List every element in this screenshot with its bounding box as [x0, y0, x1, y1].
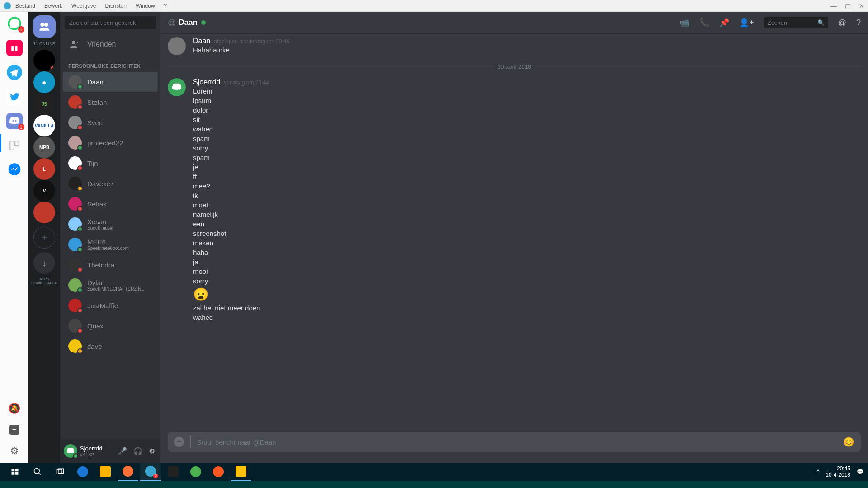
rail-settings-icon[interactable]: ⚙ — [6, 443, 23, 459]
user-settings-icon[interactable]: ⚙ — [147, 445, 157, 457]
friends-button[interactable]: Vrienden — [60, 33, 160, 55]
menu-services[interactable]: Diensten — [105, 3, 127, 9]
message-avatar[interactable] — [168, 78, 186, 96]
mentions-icon[interactable]: @ — [838, 18, 846, 28]
server-item[interactable]: 2 — [33, 50, 55, 71]
server-item[interactable] — [33, 202, 55, 223]
avatar — [68, 95, 82, 109]
maximize-icon[interactable]: ▢ — [845, 2, 851, 9]
rail-trello[interactable] — [6, 137, 23, 154]
dm-search-input[interactable] — [65, 16, 156, 29]
voice-call-icon[interactable]: 📞 — [699, 18, 709, 28]
playing-status: Speelt music — [87, 225, 113, 230]
rail-mute-icon[interactable]: 🔕 — [6, 400, 23, 417]
svg-point-4 — [8, 163, 20, 175]
rail-whatsapp[interactable]: 1 — [6, 15, 23, 32]
avatar — [68, 75, 82, 89]
dm-item[interactable]: Daan — [63, 72, 158, 92]
message-author[interactable]: Daan — [193, 37, 210, 45]
taskbar-app-4[interactable] — [231, 463, 251, 481]
dm-item[interactable]: Quex — [63, 316, 158, 336]
taskbar-explorer[interactable] — [95, 463, 116, 481]
dm-item[interactable]: Daveke7 — [63, 174, 158, 193]
clock[interactable]: 20:45 10-4-2018 — [826, 465, 850, 479]
status-indicator — [77, 125, 83, 130]
dm-item[interactable]: MEE6Speelt mee6bot.com — [63, 235, 158, 254]
menu-view[interactable]: Weergave — [71, 3, 96, 9]
dm-item[interactable]: Tijn — [63, 153, 158, 173]
taskbar-app-2[interactable] — [185, 463, 206, 481]
server-item[interactable]: MPB — [33, 136, 55, 158]
status-indicator — [77, 104, 83, 110]
notifications-icon[interactable]: 💬 — [857, 469, 863, 475]
dm-item[interactable]: dave — [63, 336, 158, 356]
start-button[interactable] — [5, 463, 25, 481]
at-icon: @ — [168, 18, 176, 28]
dm-item[interactable]: Sven — [63, 113, 158, 132]
rail-telegram[interactable] — [6, 64, 23, 80]
close-icon[interactable]: ✕ — [859, 2, 864, 9]
rail-messenger[interactable] — [6, 162, 23, 178]
message-avatar[interactable] — [168, 37, 186, 55]
message-list[interactable]: Daanafgelopen donderdag om 20:46Hahaha o… — [160, 33, 868, 432]
user-avatar[interactable] — [64, 444, 77, 458]
emoji-picker-icon[interactable]: 😊 — [843, 436, 854, 447]
server-item[interactable]: VANILLA — [33, 115, 55, 136]
pin-icon[interactable]: 📌 — [719, 18, 729, 28]
video-call-icon[interactable]: 📹 — [679, 18, 689, 28]
badge: 2 — [50, 65, 55, 71]
search-button[interactable] — [27, 463, 48, 481]
avatar — [68, 136, 82, 150]
menu-edit[interactable]: Bewerk — [44, 3, 62, 9]
message-author[interactable]: Sjoerrdd — [193, 78, 220, 86]
dm-name: Xesau — [87, 218, 113, 225]
dm-item[interactable]: TheIndra — [63, 255, 158, 275]
menu-file[interactable]: Bestand — [15, 3, 35, 9]
taskbar-firefox[interactable] — [118, 463, 138, 481]
mute-icon[interactable]: 🎤 — [116, 445, 129, 457]
title-bar: Bestand Bewerk Weergave Diensten Window … — [0, 0, 868, 12]
deafen-icon[interactable]: 🎧 — [132, 445, 144, 457]
badge: 1 — [18, 26, 24, 33]
download-apps-button[interactable]: ↓ — [33, 252, 55, 274]
menu-help[interactable]: ? — [164, 3, 167, 9]
taskbar-terminal[interactable] — [163, 463, 184, 481]
discord-home[interactable] — [33, 15, 56, 38]
rail-deezer[interactable]: ▮▮ — [6, 40, 23, 56]
message-line: maken — [193, 238, 269, 248]
attach-button[interactable]: + — [174, 437, 184, 447]
server-item[interactable]: JS — [33, 93, 55, 115]
rail-twitter[interactable] — [6, 89, 23, 105]
status-indicator — [77, 145, 83, 150]
server-item[interactable]: L — [33, 158, 55, 180]
server-item[interactable]: V — [33, 180, 55, 202]
status-indicator — [77, 206, 83, 211]
chat-column: @ Daan 📹 📞 📌 👤+ Zoeken 🔍 @ ? Daanafgelop — [160, 12, 868, 463]
server-item[interactable]: ◆ — [33, 71, 55, 93]
rail-discord[interactable]: 1 — [6, 113, 23, 129]
taskbar-app-3[interactable] — [208, 463, 229, 481]
task-view-button[interactable] — [50, 463, 71, 481]
dm-item[interactable]: JustMaffie — [63, 296, 158, 315]
dm-item[interactable]: XesauSpeelt music — [63, 214, 158, 234]
tray-expand-icon[interactable]: ^ — [817, 469, 820, 475]
dm-item[interactable]: Sebas — [63, 194, 158, 214]
help-icon[interactable]: ? — [856, 18, 861, 28]
status-indicator — [77, 226, 83, 232]
menu-window[interactable]: Window — [136, 3, 155, 9]
add-server-button[interactable]: + — [33, 227, 55, 249]
rail-add-icon[interactable]: + — [9, 425, 19, 435]
online-count: 11 ONLINE — [33, 42, 56, 46]
header-search-input[interactable]: Zoeken 🔍 — [764, 17, 828, 28]
taskbar-app-1[interactable] — [72, 463, 93, 481]
dm-item[interactable]: DylanSpeelt MINECRAFTERZ.NL — [63, 275, 158, 295]
message-time: afgelopen donderdag om 20:46 — [214, 38, 289, 45]
taskbar-rambox[interactable]: 2 — [140, 463, 161, 481]
message-line: Lorem — [193, 86, 269, 96]
message-line: je — [193, 162, 269, 172]
minimize-icon[interactable]: — — [830, 2, 837, 9]
dm-item[interactable]: protected22 — [63, 133, 158, 153]
message-input[interactable] — [190, 436, 837, 448]
dm-item[interactable]: Stefan — [63, 92, 158, 112]
add-friend-icon[interactable]: 👤+ — [739, 18, 754, 28]
